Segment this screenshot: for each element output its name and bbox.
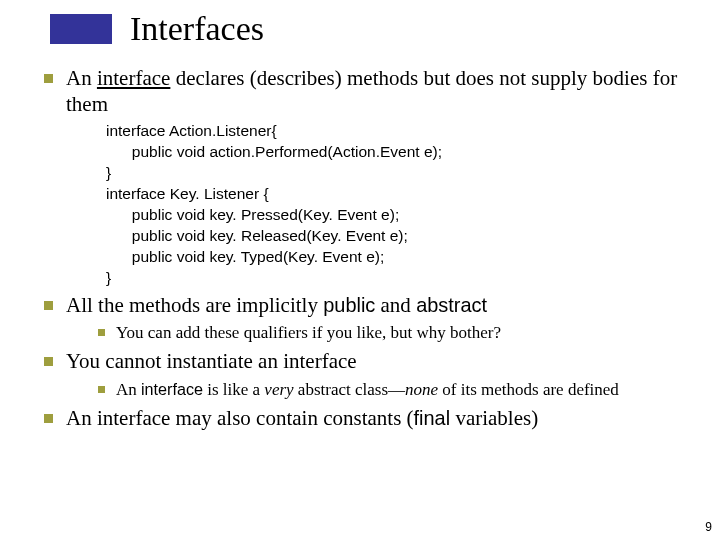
bullet-1: An interface declares (describes) method… [38, 66, 690, 289]
b4-pre: An interface may also contain constants … [66, 406, 414, 430]
b2-kw2: abstract [416, 294, 487, 316]
bullet-list: An interface declares (describes) method… [38, 66, 690, 431]
b3s-mid2: abstract class— [294, 380, 405, 399]
bullet-3-sub: An interface is like a very abstract cla… [94, 379, 690, 402]
slide-title: Interfaces [130, 10, 264, 48]
b3s-pre: An [116, 380, 141, 399]
bullet-3-sublist: An interface is like a very abstract cla… [94, 379, 690, 402]
title-accent-bar [50, 14, 112, 44]
b1-pre: An [66, 66, 97, 90]
b4-post: variables) [450, 406, 538, 430]
b3-text: You cannot instantiate an interface [66, 349, 357, 373]
b1-underlined: interface [97, 66, 170, 90]
code-block: interface Action.Listener{ public void a… [106, 121, 690, 288]
b3s-it1: very [264, 380, 293, 399]
title-row: Interfaces [50, 10, 690, 48]
page-number: 9 [705, 520, 712, 534]
b3s-mid1: is like a [203, 380, 264, 399]
slide: Interfaces An interface declares (descri… [0, 0, 720, 540]
bullet-2-sub: You can add these qualifiers if you like… [94, 322, 690, 345]
bullet-2: All the methods are implicitly public an… [38, 293, 690, 346]
b2-pre: All the methods are implicitly [66, 293, 323, 317]
b3s-it2: none [405, 380, 438, 399]
b3s-kw: interface [141, 380, 203, 398]
b2-kw1: public [323, 294, 375, 316]
bullet-4: An interface may also contain constants … [38, 406, 690, 432]
b4-kw: final [414, 407, 451, 429]
bullet-3: You cannot instantiate an interface An i… [38, 349, 690, 402]
b3s-post: of its methods are defined [438, 380, 619, 399]
bullet-2-sublist: You can add these qualifiers if you like… [94, 322, 690, 345]
slide-body: An interface declares (describes) method… [30, 66, 690, 431]
b2-mid: and [375, 293, 416, 317]
